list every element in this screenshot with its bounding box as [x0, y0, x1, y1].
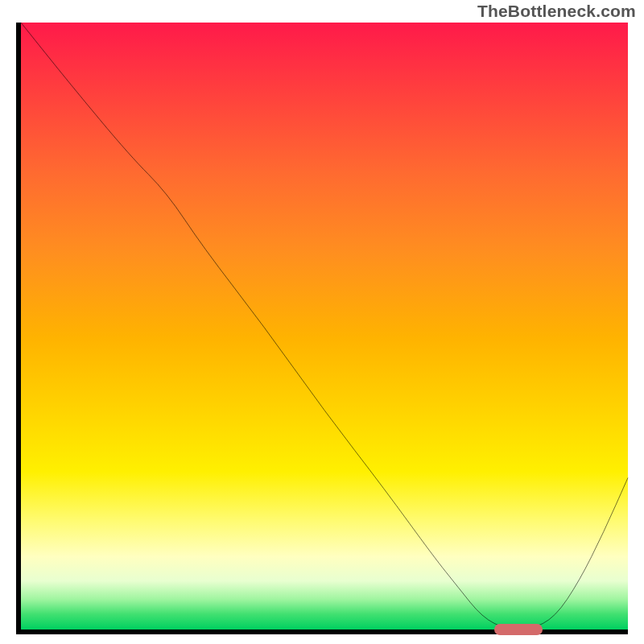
watermark-text: TheBottleneck.com — [477, 2, 636, 21]
bottleneck-curve — [21, 23, 628, 630]
optimal-range-marker — [494, 624, 543, 635]
plot-area — [16, 23, 628, 634]
plot-inner — [21, 23, 628, 630]
chart-frame: TheBottleneck.com — [0, 0, 644, 644]
